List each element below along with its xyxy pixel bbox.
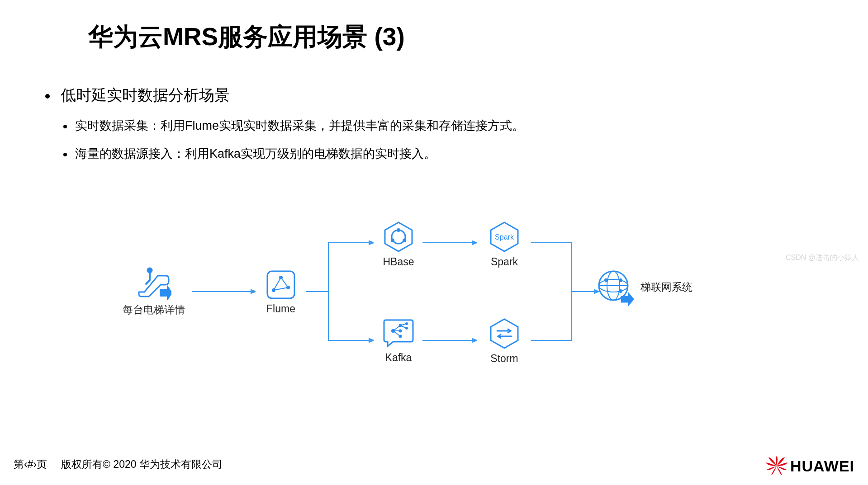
- node-spark-label: Spark: [475, 256, 534, 268]
- svg-point-30: [399, 335, 402, 338]
- spark-icon: Spark: [488, 221, 521, 253]
- node-hbase: HBase: [369, 221, 428, 268]
- node-spark: Spark Spark: [475, 221, 534, 268]
- huawei-brand-text: HUAWEI: [790, 457, 854, 475]
- flow-merge: [531, 240, 599, 343]
- svg-point-29: [399, 330, 402, 333]
- flow-arrow: [422, 338, 477, 343]
- svg-point-21: [391, 239, 394, 242]
- svg-point-27: [391, 329, 395, 333]
- svg-point-9: [147, 268, 152, 273]
- node-storm-label: Storm: [475, 353, 534, 365]
- bullet-l2a-text: 实时数据采集：利用Flume实现实时数据采集，并提供丰富的采集和存储连接方式。: [75, 119, 524, 132]
- bullet-dot-icon: [63, 125, 67, 128]
- svg-rect-10: [267, 271, 294, 298]
- svg-point-32: [405, 327, 408, 330]
- flow-arrow: [422, 240, 477, 245]
- bullet-level1: 低时延实时数据分析场景: [45, 85, 230, 106]
- svg-point-31: [405, 322, 408, 325]
- svg-point-14: [272, 288, 275, 292]
- globe-system-icon: [595, 268, 634, 306]
- node-system: 梯联网系统: [595, 268, 713, 306]
- bullet-dot-icon: [63, 153, 67, 156]
- bullet-l2b-text: 海量的数据源接入：利用Kafka实现万级别的电梯数据的实时接入。: [75, 147, 436, 160]
- huawei-petal-icon: [766, 456, 787, 476]
- flow-arrow: [192, 289, 256, 294]
- svg-point-19: [397, 228, 400, 232]
- watermark-text: CSDN @进击的小猿人: [786, 253, 859, 263]
- bullet-level2-a: 实时数据采集：利用Flume实现实时数据采集，并提供丰富的采集和存储连接方式。: [63, 118, 524, 134]
- node-kafka: Kafka: [369, 316, 428, 364]
- svg-point-40: [604, 278, 608, 282]
- huawei-logo: HUAWEI: [766, 456, 854, 476]
- node-hbase-label: HBase: [369, 256, 428, 268]
- svg-text:Spark: Spark: [495, 233, 514, 241]
- hbase-icon: [382, 221, 415, 253]
- bullet-level2-b: 海量的数据源接入：利用Kafka实现万级别的电梯数据的实时接入。: [63, 146, 436, 162]
- svg-point-41: [619, 278, 622, 282]
- svg-point-16: [286, 286, 290, 289]
- bullet-dot-icon: [45, 94, 50, 99]
- svg-point-42: [619, 289, 622, 293]
- bullet-l1-text: 低时延实时数据分析场景: [61, 86, 230, 104]
- footer-page-number: 第‹#›页: [14, 457, 47, 471]
- node-system-label: 梯联网系统: [640, 280, 693, 294]
- svg-point-15: [279, 276, 283, 279]
- kafka-icon: [382, 316, 415, 349]
- flume-icon: [266, 269, 296, 300]
- svg-marker-17: [385, 222, 412, 251]
- footer-copyright: 版权所有© 2020 华为技术有限公司: [61, 457, 223, 471]
- node-flume-label: Flume: [251, 303, 310, 315]
- svg-marker-35: [491, 319, 518, 348]
- node-elevator-label: 每台电梯详情: [115, 303, 192, 317]
- svg-point-20: [403, 239, 406, 242]
- svg-point-28: [399, 324, 402, 327]
- node-kafka-label: Kafka: [369, 352, 428, 364]
- flow-split: [306, 240, 374, 343]
- storm-icon: [488, 317, 521, 350]
- page-title: 华为云MRS服务应用场景 (3): [88, 20, 405, 54]
- node-elevator: 每台电梯详情: [115, 265, 192, 317]
- escalator-icon: [136, 265, 171, 300]
- node-storm: Storm: [475, 317, 534, 365]
- node-flume: Flume: [251, 269, 310, 315]
